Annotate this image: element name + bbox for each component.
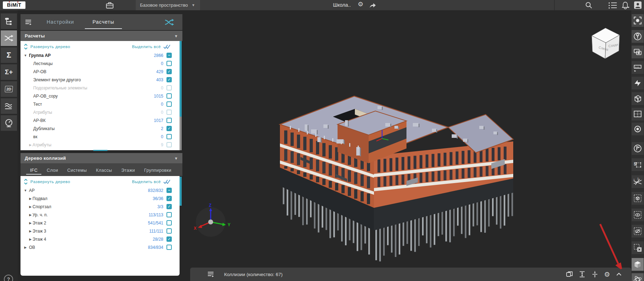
row-checkbox[interactable] [166, 228, 172, 234]
collisions-shuffle-icon[interactable] [164, 18, 175, 27]
collapse-up-icon[interactable] [616, 272, 622, 276]
row-checkbox[interactable] [166, 134, 172, 139]
environment-tree-button[interactable] [632, 30, 644, 43]
section-header-collision-tree[interactable]: Дерево коллизий ▼ [21, 153, 182, 163]
section-header-calculations[interactable]: Расчеты ▼ [21, 31, 182, 41]
app-logo[interactable]: BiMiT [3, 1, 25, 9]
ruler-measure-button[interactable] [632, 61, 644, 74]
row-checkbox[interactable] [166, 142, 172, 147]
row-checkbox[interactable]: ✓ [166, 196, 172, 201]
tab-ifc[interactable]: IFC [25, 168, 42, 176]
sum-button[interactable]: Σ [1, 47, 17, 63]
tree-row[interactable]: Лестницы0 [21, 59, 180, 68]
row-checkbox[interactable] [166, 85, 172, 90]
row-checkbox[interactable]: ✓ [166, 126, 172, 131]
expand-tree-link[interactable]: Развернуть дерево [30, 180, 70, 184]
view-2d-button[interactable]: 2D [1, 81, 17, 97]
tree-row[interactable]: ▶Спортзал3/3✓ [21, 203, 180, 211]
tree-row[interactable]: АР-ОВ_copy1015 [21, 92, 180, 100]
project-title[interactable]: Школа.. [333, 0, 351, 10]
tree-row[interactable]: ▶ОВ834/834 [21, 243, 180, 251]
tree-row[interactable]: ▶Этаж 428/28✓ [21, 235, 180, 243]
sum-plus-button[interactable]: Σ+ [1, 64, 17, 80]
tree-horizontal-scrollbar[interactable] [93, 150, 107, 151]
collision-tree-scrollbar-thumb[interactable] [180, 177, 182, 206]
select-all-check-icon[interactable] [163, 44, 171, 49]
select-all-check-icon[interactable] [163, 179, 171, 184]
help-button[interactable]: ? [4, 275, 13, 281]
row-checkbox[interactable] [166, 61, 172, 66]
isolate-element-button[interactable] [632, 192, 644, 205]
charts-button[interactable] [1, 98, 17, 114]
project-settings-gear-icon[interactable]: ⚙ [358, 0, 363, 8]
model-tree-button[interactable] [1, 13, 17, 29]
caret-icon[interactable]: ▶ [28, 197, 33, 200]
caret-icon[interactable]: ▶ [28, 213, 33, 217]
collapse-chevron-icon[interactable]: ▼ [174, 156, 178, 160]
tab-systems[interactable]: Системы [63, 168, 91, 176]
row-height-icon[interactable] [579, 271, 586, 278]
tree-row[interactable]: вк0 [21, 133, 180, 141]
caret-icon[interactable]: ▶ [28, 143, 33, 147]
focus-selection-button[interactable] [632, 14, 644, 27]
clear-selection-button[interactable] [632, 241, 644, 254]
show-element-button[interactable] [632, 209, 644, 221]
select-all-link[interactable]: Выделить всё [132, 45, 161, 49]
copy-icon[interactable] [566, 271, 573, 278]
expand-tree-link[interactable]: Развернуть дерево [30, 45, 70, 49]
tree-scrollbar-thumb[interactable] [180, 41, 182, 117]
row-checkbox[interactable] [166, 118, 172, 123]
row-checkbox[interactable] [166, 101, 172, 107]
row-checkbox[interactable]: − [166, 188, 172, 193]
tree-row[interactable]: ▼АР832/832− [21, 186, 180, 194]
orbit-mode-button[interactable] [632, 273, 644, 281]
dashboard-gauge-button[interactable] [1, 115, 17, 131]
tree-row[interactable]: Тест0 [21, 100, 180, 108]
tree-row[interactable]: ▶Атрибуты9 [21, 141, 180, 149]
briefcase-icon[interactable] [106, 1, 114, 9]
share-icon[interactable] [369, 2, 376, 8]
tab-layers[interactable]: Слои [42, 168, 63, 176]
collisions-button[interactable] [1, 30, 17, 46]
tab-calculations[interactable]: Расчеты [88, 14, 119, 30]
fit-vertical-icon[interactable] [591, 271, 598, 278]
row-checkbox[interactable] [166, 93, 172, 99]
caret-icon[interactable]: ▶ [28, 221, 33, 225]
workspace-selector[interactable]: Базовое пространство ▼ [136, 0, 200, 10]
select-all-link[interactable]: Выделить всё [132, 180, 161, 184]
axes-grid-button[interactable]: 12 [632, 175, 644, 188]
tab-floors[interactable]: Этажи [117, 168, 140, 176]
flash-clash-button[interactable] [632, 77, 644, 89]
shading-mode-button[interactable] [632, 258, 644, 271]
menu-list-icon[interactable] [609, 2, 617, 8]
caret-icon[interactable]: ▶ [28, 205, 33, 209]
section-box-button[interactable] [632, 92, 644, 105]
floor-plan-button[interactable] [632, 108, 644, 121]
row-checkbox[interactable] [166, 220, 172, 226]
notifications-icon[interactable] [621, 1, 630, 9]
collisions-menu-icon[interactable] [207, 271, 215, 277]
caret-icon[interactable]: ▼ [23, 189, 28, 192]
tree-scrollbar-track[interactable] [180, 117, 182, 150]
search-icon[interactable] [585, 1, 593, 9]
tab-classes[interactable]: Классы [92, 168, 117, 176]
collapse-chevron-icon[interactable]: ▼ [174, 34, 178, 38]
tree-row[interactable]: Атрибуты0 [21, 108, 180, 116]
tree-row[interactable]: Элемент внутри другого403✓ [21, 76, 180, 84]
caret-icon[interactable]: ▶ [23, 246, 28, 249]
tree-row[interactable]: ▶Этаж 2541/541 [21, 219, 180, 227]
row-checkbox[interactable]: ✓ [166, 204, 172, 209]
tree-row[interactable]: АР-ОВ429✓ [21, 68, 180, 76]
tree-row[interactable]: АР-ВК1017 [21, 116, 180, 124]
caret-icon[interactable]: ▶ [28, 238, 33, 241]
tree-row[interactable]: ▶Этаж 3111/111 [21, 227, 180, 235]
expand-collapse-icon[interactable] [24, 44, 28, 49]
selection-set-button[interactable]: S [632, 158, 644, 171]
caret-icon[interactable]: ▶ [28, 229, 33, 233]
caret-icon[interactable]: ▼ [23, 54, 28, 57]
panel-menu-icon[interactable] [25, 19, 33, 25]
hide-element-button[interactable] [632, 225, 644, 238]
row-checkbox[interactable]: − [166, 53, 172, 58]
tree-row[interactable]: Дубликаты2✓ [21, 124, 180, 133]
flag-point-button[interactable] [632, 142, 644, 155]
